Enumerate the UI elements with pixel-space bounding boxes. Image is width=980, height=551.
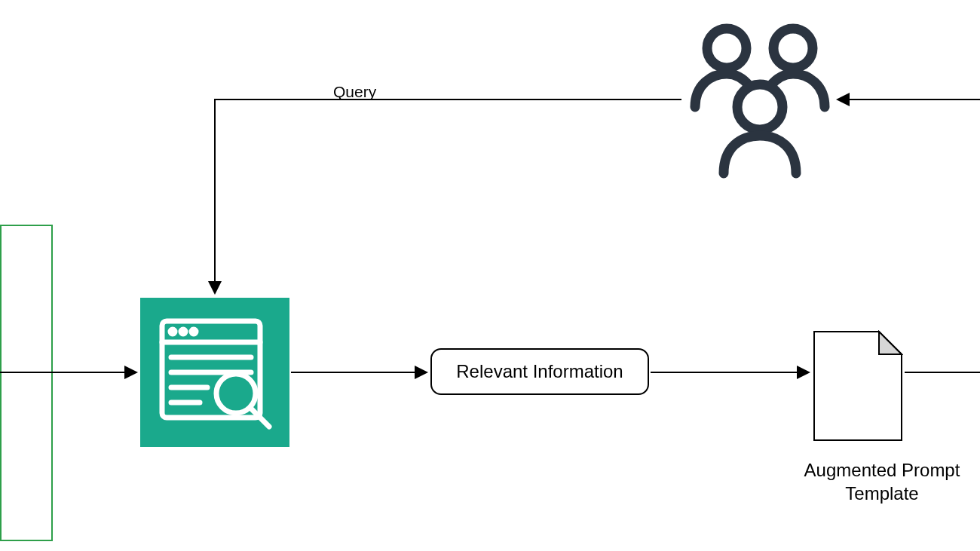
document-node — [813, 330, 903, 442]
svg-point-14 — [773, 29, 813, 68]
svg-marker-12 — [879, 332, 902, 354]
svg-point-4 — [191, 329, 196, 334]
relevant-info-label: Relevant Information — [456, 361, 623, 382]
source-box — [0, 225, 53, 541]
relevant-info-node: Relevant Information — [430, 348, 649, 395]
svg-point-13 — [707, 29, 746, 68]
query-edge-label: Query — [333, 83, 376, 101]
users-icon — [681, 18, 832, 181]
diagram-canvas: Relevant Information Augmented Prompt Te… — [0, 0, 980, 551]
users-node — [681, 18, 832, 181]
svg-point-15 — [737, 84, 782, 130]
svg-point-2 — [170, 329, 175, 334]
browser-search-icon — [155, 312, 275, 433]
document-icon — [813, 330, 903, 442]
retrieval-node — [140, 298, 289, 447]
document-label: Augmented Prompt Template — [784, 458, 980, 505]
svg-point-3 — [181, 329, 185, 334]
